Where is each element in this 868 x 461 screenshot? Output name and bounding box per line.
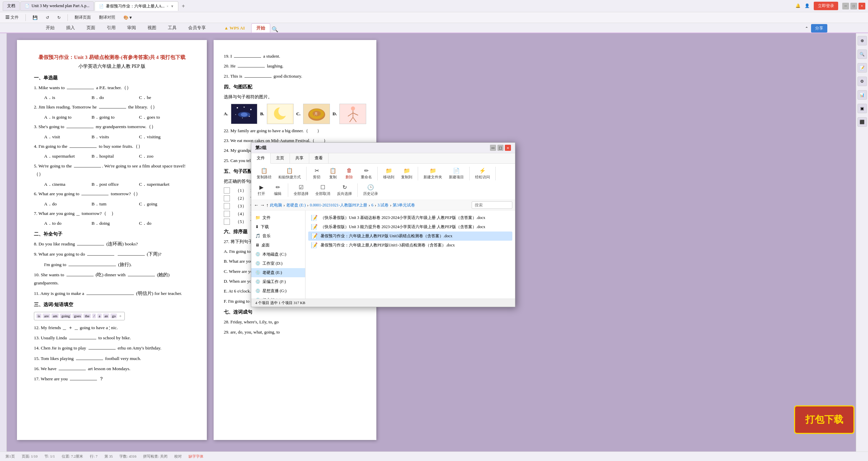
file-browser: 第2组 ─ □ × 文件 主页 共享 查看 📋 复制路径 📋 粘贴快捷方式 ✂ … — [251, 142, 515, 307]
fb-search-input[interactable] — [472, 201, 512, 209]
fb-sidebar-files[interactable]: 📁 文件 — [251, 213, 305, 222]
fb-path-folder1[interactable]: 0.0001-20231021-人教版PEP上册 — [310, 202, 368, 208]
fb-btn-edit[interactable]: ✏ 编辑 — [270, 182, 285, 198]
close-button[interactable]: × — [859, 3, 865, 9]
fb-path-unit3[interactable]: 第3单元试卷 — [393, 202, 415, 208]
fb-sidebar-g[interactable]: 💿 星想直播 (G:) — [251, 286, 305, 296]
fb-back-btn[interactable]: ← — [254, 202, 259, 208]
ribbon-tab-tools[interactable]: 工具 — [163, 23, 182, 33]
fb-btn-history[interactable]: 🕒 历史记录 — [360, 182, 381, 198]
fb-btn-delete[interactable]: 🗑 删除 — [342, 166, 357, 181]
fb-tab-view[interactable]: 查看 — [309, 153, 329, 163]
download-badge[interactable]: 打包下载 — [794, 405, 854, 434]
rt-btn-1[interactable]: ⊕ — [857, 36, 867, 45]
fb-btn-easy-access[interactable]: ⚡ 经松访问 — [472, 166, 493, 181]
fb-path-tests[interactable]: 3.试卷 — [377, 202, 389, 208]
tab-doc[interactable]: 文档 — [3, 1, 20, 11]
ribbon-tab-member[interactable]: 会员专享 — [183, 23, 211, 33]
translate-btn[interactable]: 翻译页面 — [72, 14, 94, 21]
file-item-1[interactable]: 📝 （快乐暑假版）Unit 3 基础达标卷 2023-2024小学英语六年级上册… — [308, 213, 512, 222]
save-btn[interactable]: 💾 — [30, 14, 40, 21]
fb-btn-copy[interactable]: 📋 复制 — [326, 166, 340, 181]
rt-btn-2[interactable]: 🔍 — [857, 49, 867, 59]
fb-path-drive[interactable]: 老硬盘 (E:) — [286, 202, 306, 208]
fb-sidebar-j[interactable]: 💿 杨心好 (J:) — [251, 296, 305, 299]
file-item-3[interactable]: 📝 暑假预习作业：六年级上册人教PEP版 Unit3易错点检测卷（含答案）.do… — [308, 232, 512, 241]
fb-sidebar-e[interactable]: 💿 老硬盘 (E:) — [251, 268, 305, 277]
fb-sidebar-downloads[interactable]: ⬇ 下载 — [251, 222, 305, 232]
undo-btn[interactable]: ↺ — [43, 14, 52, 21]
rename-label: 重命名 — [361, 175, 372, 180]
add-tab-button[interactable]: + — [179, 3, 188, 9]
file-item-4[interactable]: 📝 暑假预习作业：六年级上册人教PEP版Unit1-3易错点检测卷（含答案）.d… — [308, 241, 512, 250]
tab-unit3[interactable]: 📄 Unit 3 My weekend plan Part A.p... — [20, 1, 94, 11]
format-btn[interactable]: 🎨▼ — [121, 14, 135, 21]
file-item-2[interactable]: 📝 （快乐暑假版）Unit 3 能力提升卷 2023-2024小学英语六年级上册… — [308, 222, 512, 232]
fb-btn-paste-shortcut[interactable]: 📋 粘贴快捷方式 — [276, 166, 303, 181]
fb-sidebar-desktop[interactable]: 🖥 桌面 — [251, 241, 305, 250]
svg-point-2 — [243, 107, 244, 108]
fb-sidebar: 📁 文件 ⬇ 下载 🎵 音乐 🖥 桌面 💿 本地磁盘 (C:) 💿 工作室 — [251, 211, 305, 299]
minimize-button[interactable]: ─ — [842, 3, 849, 9]
fb-btn-invert[interactable]: ↻ 反向选择 — [334, 182, 355, 198]
ribbon-tab-start[interactable]: 开始 — [41, 23, 60, 33]
fb-btn-select-all[interactable]: ☑ 全部选择 — [291, 182, 311, 198]
tab-summer[interactable]: 📄 暑假预习作业：六年级上册人A... × ▼ — [95, 1, 178, 11]
fb-btn-new-folder[interactable]: 📁 新建文件夹 — [421, 166, 445, 181]
ribbon-tab-wps-ai[interactable]: ▲ WPS AI — [219, 24, 250, 33]
fb-btn-cut[interactable]: ✂ 剪切 — [309, 166, 324, 181]
ribbon-tab-page[interactable]: 页面 — [81, 23, 100, 33]
fb-btn-move[interactable]: 📁 移动到 — [380, 166, 397, 181]
tab-summer-close[interactable]: × — [166, 4, 169, 8]
file-menu-btn[interactable]: ☰ 文件 — [3, 14, 21, 21]
ribbon-tab-view[interactable]: 视图 — [142, 23, 161, 33]
ribbon-tab-active[interactable]: 开始 — [251, 23, 270, 33]
rt-btn-7[interactable]: ⬛ — [857, 117, 867, 127]
section4-sub: 选择与句子相符的图片。 — [224, 93, 366, 101]
svg-point-18 — [351, 106, 355, 111]
fb-tab-home[interactable]: 主页 — [271, 153, 290, 163]
fb-btn-copy-to[interactable]: 📁 复制到 — [398, 166, 415, 181]
svg-point-6 — [242, 118, 243, 118]
fb-tab-share[interactable]: 共享 — [290, 153, 309, 163]
fb-btn-open[interactable]: ▶ 打开 — [254, 182, 269, 198]
ribbon-tab-insert[interactable]: 插入 — [61, 23, 80, 33]
fb-close[interactable]: × — [505, 145, 511, 151]
maximize-button[interactable]: □ — [850, 3, 857, 9]
rt-btn-5[interactable]: 📊 — [857, 90, 867, 100]
login-button[interactable]: 立即登录 — [814, 2, 838, 10]
ribbon-tab-ref[interactable]: 引用 — [102, 23, 121, 33]
fb-sidebar-c[interactable]: 💿 本地磁盘 (C:) — [251, 250, 305, 259]
rt-btn-6[interactable]: ▣ — [857, 104, 867, 113]
fb-forward-btn[interactable]: → — [260, 202, 265, 208]
fb-path-6[interactable]: 6 — [371, 203, 373, 208]
rt-btn-4[interactable]: ⚙ — [857, 77, 867, 86]
question-16: 16. We have art lesson on Mondays. — [34, 365, 190, 373]
fb-btn-rename[interactable]: ✏ 重命名 — [358, 166, 375, 181]
fb-btn-copy-path[interactable]: 📋 复制路径 — [254, 166, 274, 181]
fb-sep-7 — [357, 183, 358, 197]
ribbon-collapse-btn[interactable]: ⌃ — [805, 26, 808, 31]
fb-sidebar-music[interactable]: 🎵 音乐 — [251, 232, 305, 241]
fb-btn-new-item[interactable]: 📄 新建项目 — [446, 166, 467, 181]
fb-maximize[interactable]: □ — [497, 145, 504, 151]
question-12: 12. My friends ＿ ＋ ＿ going to have a ' n… — [34, 324, 190, 332]
ribbon-tab-review[interactable]: 审阅 — [122, 23, 141, 33]
redo-btn[interactable]: ↻ — [55, 14, 63, 21]
compare-btn[interactable]: 翻译对照 — [96, 14, 118, 21]
fb-minimize[interactable]: ─ — [490, 145, 496, 151]
status-position: 位置: 7.2厘米 — [62, 454, 83, 459]
fb-sidebar-d[interactable]: 💿 工作室 (D:) — [251, 259, 305, 268]
search-icon[interactable]: 🔍 — [272, 26, 278, 33]
rt-btn-3[interactable]: 📝 — [857, 63, 867, 73]
fb-path-pc[interactable]: 此电脑 — [270, 202, 282, 208]
top-icon-2[interactable]: 👤 — [805, 3, 810, 8]
fb-btn-deselect[interactable]: ☐ 全部取消 — [313, 182, 333, 198]
fb-tab-file[interactable]: 文件 — [251, 153, 271, 164]
fb-sidebar-f[interactable]: 💿 采编工作 (F:) — [251, 277, 305, 286]
add-tag-btn[interactable]: ＋ — [118, 313, 122, 319]
fb-up-btn[interactable]: ↑ — [266, 202, 269, 208]
top-icon-1[interactable]: 🔔 — [795, 3, 801, 8]
share-btn[interactable]: 分享 — [811, 24, 827, 33]
ribbon-right: ⌃ 分享 — [805, 24, 827, 33]
